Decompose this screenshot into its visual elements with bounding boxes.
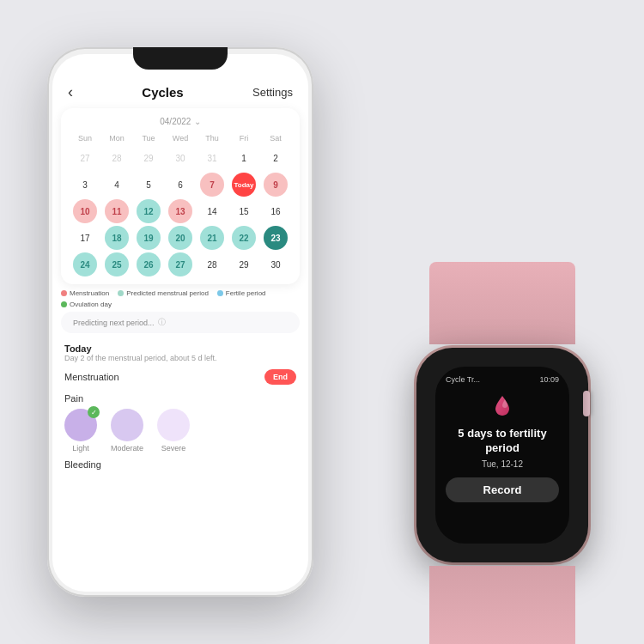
back-button[interactable]: ‹ xyxy=(68,83,73,101)
day-header-thu: Thu xyxy=(197,132,228,144)
watch-cycle-icon xyxy=(489,392,515,422)
cal-day[interactable]: 30 xyxy=(168,146,192,170)
legend-label-ovulation: Ovulation day xyxy=(70,301,112,308)
pain-name-severe: Severe xyxy=(161,444,186,453)
day-header-mon: Mon xyxy=(101,132,132,144)
cal-day-15[interactable]: 15 xyxy=(232,199,256,223)
pain-name-light: Light xyxy=(72,444,89,453)
cal-day[interactable]: 3 xyxy=(73,173,97,197)
day-header-wed: Wed xyxy=(165,132,196,144)
cal-day[interactable]: 2 xyxy=(264,146,288,170)
legend-dot-ovulation xyxy=(61,301,67,307)
watch-band-top xyxy=(429,262,575,344)
pain-severe[interactable]: Severe xyxy=(157,409,190,453)
cal-day-11[interactable]: 11 xyxy=(105,199,129,223)
cal-day-19[interactable]: 19 xyxy=(137,226,161,250)
watch-body: Cycle Tr... 10:09 xyxy=(416,348,588,562)
phone: ‹ Cycles Settings 04/2022 ⌄ Sun Mon Tue … xyxy=(47,47,313,597)
phone-screen: ‹ Cycles Settings 04/2022 ⌄ Sun Mon Tue … xyxy=(52,54,308,592)
cal-day-25[interactable]: 25 xyxy=(105,252,129,276)
watch-fertility-text: 5 days to fertilityperiod xyxy=(458,427,546,456)
calendar-legend: Menstruation Predicted menstrual period … xyxy=(61,289,300,308)
calendar-grid: Sun Mon Tue Wed Thu Fri Sat 27 28 29 30 … xyxy=(70,132,291,277)
today-sub: Day 2 of the menstrual period, about 5 d… xyxy=(64,354,296,362)
legend-predicted: Predicted menstrual period xyxy=(118,289,209,297)
pain-options: ✓ Light Moderate Severe xyxy=(64,409,296,453)
cal-day-13[interactable]: 13 xyxy=(168,199,192,223)
cal-day-26[interactable]: 26 xyxy=(137,252,161,276)
day-header-sun: Sun xyxy=(70,132,100,144)
cal-day[interactable]: 6 xyxy=(168,173,192,197)
cal-day[interactable]: 29 xyxy=(137,146,161,170)
info-icon: ⓘ xyxy=(158,317,166,328)
phone-notch xyxy=(133,47,228,70)
bleeding-label: Bleeding xyxy=(64,459,296,470)
watch-app-name: Cycle Tr... xyxy=(446,375,480,384)
phone-header: ‹ Cycles Settings xyxy=(52,80,308,108)
pain-section: Pain ✓ Light Moderate xyxy=(52,390,308,456)
legend-label-fertile: Fertile period xyxy=(226,289,266,297)
legend-menstruation: Menstruation xyxy=(61,289,109,297)
cal-day[interactable]: 28 xyxy=(105,146,129,170)
cal-day[interactable]: 27 xyxy=(73,146,97,170)
cal-day-21[interactable]: 21 xyxy=(200,226,224,250)
legend-label-menstruation: Menstruation xyxy=(70,289,109,297)
cal-day-27[interactable]: 27 xyxy=(168,252,192,276)
today-section: Today Day 2 of the menstrual period, abo… xyxy=(52,337,308,364)
pain-check-icon: ✓ xyxy=(88,406,100,418)
phone-title: Cycles xyxy=(142,85,183,100)
pain-name-moderate: Moderate xyxy=(111,444,143,453)
calendar: 04/2022 ⌄ Sun Mon Tue Wed Thu Fri Sat 27… xyxy=(61,108,300,284)
day-header-fri: Fri xyxy=(228,132,259,144)
watch-time: 10:09 xyxy=(539,375,559,384)
cal-day-28[interactable]: 28 xyxy=(200,252,224,276)
predict-text: Predicting next period... xyxy=(73,319,155,327)
cal-day-22[interactable]: 22 xyxy=(232,226,256,250)
cal-day-9[interactable]: 9 xyxy=(264,173,288,197)
cal-day-7[interactable]: 7 xyxy=(200,173,224,197)
watch-crown[interactable] xyxy=(583,391,590,416)
cal-day-30[interactable]: 30 xyxy=(264,252,288,276)
cal-day-29[interactable]: 29 xyxy=(232,252,256,276)
day-header-sat: Sat xyxy=(260,132,291,144)
cal-day-14[interactable]: 14 xyxy=(200,199,224,223)
end-button[interactable]: End xyxy=(264,369,296,385)
legend-label-predicted: Predicted menstrual period xyxy=(126,289,209,297)
cal-day-23[interactable]: 23 xyxy=(264,226,288,250)
cal-day-17[interactable]: 17 xyxy=(73,226,97,250)
legend-fertile: Fertile period xyxy=(217,289,266,297)
pain-circle-moderate xyxy=(111,409,143,441)
watch: Cycle Tr... 10:09 xyxy=(399,331,605,580)
cal-day[interactable]: 4 xyxy=(105,173,129,197)
settings-button[interactable]: Settings xyxy=(252,86,293,99)
cal-day[interactable]: 1 xyxy=(232,146,256,170)
watch-date: Tue, 12-12 xyxy=(482,459,523,469)
menstruation-label: Menstruation xyxy=(64,372,119,382)
predict-bar: Predicting next period... ⓘ xyxy=(61,312,300,333)
watch-record-button[interactable]: Record xyxy=(446,477,559,502)
pain-moderate[interactable]: Moderate xyxy=(111,409,143,453)
legend-dot-fertile xyxy=(217,290,223,296)
cal-day-10[interactable]: 10 xyxy=(73,199,97,223)
pain-circle-light: ✓ xyxy=(64,409,97,441)
day-header-tue: Tue xyxy=(133,132,164,144)
pain-label: Pain xyxy=(64,393,296,404)
watch-band-bottom xyxy=(429,566,575,644)
cal-day-16[interactable]: 16 xyxy=(264,199,288,223)
pain-light[interactable]: ✓ Light xyxy=(64,409,97,453)
cal-day[interactable]: 31 xyxy=(200,146,224,170)
calendar-month[interactable]: 04/2022 ⌄ xyxy=(70,115,291,127)
cal-day-24[interactable]: 24 xyxy=(73,252,97,276)
legend-dot-menstruation xyxy=(61,290,67,296)
phone-content: ‹ Cycles Settings 04/2022 ⌄ Sun Mon Tue … xyxy=(52,54,308,592)
legend-dot-predicted xyxy=(118,290,124,296)
cal-day-12[interactable]: 12 xyxy=(137,199,161,223)
pain-circle-severe xyxy=(157,409,190,441)
cal-day-20[interactable]: 20 xyxy=(168,226,192,250)
menstruation-row: Menstruation End xyxy=(52,364,308,390)
scene: ‹ Cycles Settings 04/2022 ⌄ Sun Mon Tue … xyxy=(21,30,623,614)
cal-day[interactable]: 5 xyxy=(137,173,161,197)
cal-day-today[interactable]: Today xyxy=(232,173,256,197)
cal-day-18[interactable]: 18 xyxy=(105,226,129,250)
today-label: Today xyxy=(64,343,296,354)
